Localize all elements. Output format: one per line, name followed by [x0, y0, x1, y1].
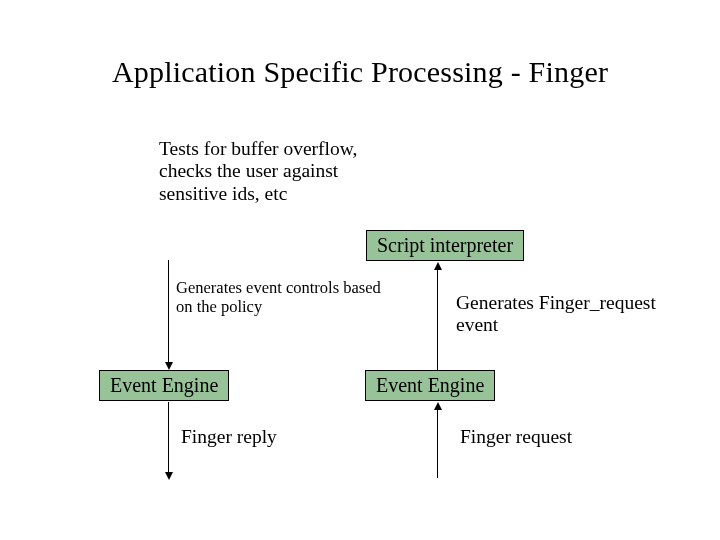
slide-title: Application Specific Processing - Finger [0, 55, 720, 89]
box-event-engine-left: Event Engine [99, 370, 229, 401]
arrow-left-engine-down [168, 402, 169, 472]
arrowhead-request-to-right-engine [434, 402, 442, 410]
box-event-engine-right: Event Engine [365, 370, 495, 401]
arrow-script-to-left-engine [168, 260, 169, 362]
text-finger-reply: Finger reply [181, 426, 277, 448]
arrowhead-right-engine-to-script [434, 262, 442, 270]
arrow-right-engine-to-script [437, 270, 438, 370]
arrowhead-script-to-left-engine [165, 362, 173, 370]
text-generates-finger-request: Generates Finger_request event [456, 292, 666, 337]
text-finger-request: Finger request [460, 426, 572, 448]
arrowhead-left-engine-down [165, 472, 173, 480]
slide-stage: Application Specific Processing - Finger… [0, 0, 720, 540]
text-generates-policy: Generates event controls based on the po… [176, 278, 416, 317]
arrow-request-to-right-engine [437, 410, 438, 478]
box-script-interpreter: Script interpreter [366, 230, 524, 261]
text-tests: Tests for buffer overflow, checks the us… [159, 138, 419, 205]
